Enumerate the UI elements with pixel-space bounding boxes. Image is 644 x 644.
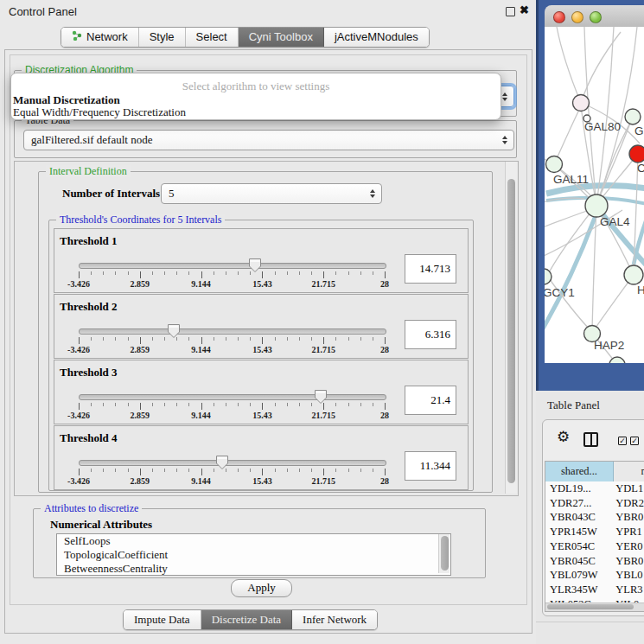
- horizontal-scrollbar-thumb[interactable]: [547, 604, 634, 609]
- table-data-combo[interactable]: galFiltered.sif default node: [23, 130, 514, 150]
- network-edge[interactable]: [545, 209, 591, 230]
- popup-item-equal-width-frequency-discretization[interactable]: Equal Width/Frequency Discretization: [11, 106, 501, 118]
- network-edge[interactable]: [592, 278, 631, 333]
- table-row[interactable]: YBL079WYBL0: [545, 569, 644, 583]
- zoom-traffic-light[interactable]: [590, 11, 602, 23]
- network-node[interactable]: [624, 265, 643, 284]
- scale-label: -3.426: [67, 345, 90, 354]
- popup-item-manual-discretization[interactable]: Manual Discretization: [11, 94, 501, 106]
- attributes-group: Attributes to discretize Numerical Attri…: [33, 508, 486, 578]
- tab-impute-data[interactable]: Impute Data: [124, 610, 201, 629]
- network-edge[interactable]: [554, 108, 580, 164]
- tick-mark: [373, 469, 373, 472]
- checkbox-icon[interactable]: ✓: [618, 437, 627, 445]
- tick-mark: [275, 271, 276, 275]
- tick-mark: [262, 337, 263, 344]
- tab-network[interactable]: Network: [61, 28, 139, 47]
- attributes-list[interactable]: SelfLoopsTopologicalCoefficientBetweenne…: [56, 533, 451, 576]
- table-row[interactable]: YLR345WYLR3: [545, 583, 644, 597]
- network-node[interactable]: [573, 95, 590, 112]
- table-row[interactable]: YBR043CYBR0: [545, 511, 644, 526]
- column-header-name[interactable]: name: [614, 462, 644, 481]
- tick-mark: [176, 271, 177, 275]
- column-header-shared[interactable]: shared...: [545, 462, 614, 481]
- threshold-4-slider-thumb[interactable]: [215, 455, 229, 474]
- close-traffic-light[interactable]: [553, 11, 565, 23]
- tick-mark: [188, 271, 189, 275]
- network-canvas[interactable]: GAL80GGAL11CGAL4GCY1HHAP2: [545, 27, 644, 363]
- apply-button[interactable]: Apply: [231, 579, 292, 597]
- threshold-3-slider-track[interactable]: [79, 394, 386, 400]
- threshold-2-value-field[interactable]: 6.316: [405, 320, 456, 349]
- attributes-group-title: Attributes to discretize: [41, 502, 142, 514]
- tick-mark: [128, 271, 129, 275]
- threshold-3-value-field[interactable]: 21.4: [405, 386, 456, 415]
- attribute-item-betweennesscentrality[interactable]: BetweennessCentrality: [57, 562, 450, 576]
- tick-mark: [348, 469, 349, 472]
- gear-icon[interactable]: ⚙: [557, 430, 570, 445]
- tick-mark: [164, 271, 165, 275]
- threshold-1-slider-thumb[interactable]: [248, 258, 262, 277]
- network-edge[interactable]: [547, 205, 596, 276]
- tab-cyni-toolbox[interactable]: Cyni Toolbox: [239, 28, 324, 47]
- attribute-item-selfloops[interactable]: SelfLoops: [57, 534, 450, 548]
- tab-discretize-data[interactable]: Discretize Data: [201, 610, 292, 629]
- threshold-4-value-field[interactable]: 11.344: [405, 451, 456, 481]
- table-row[interactable]: YPR145WYPR1: [545, 525, 644, 539]
- float-window-icon[interactable]: [506, 7, 515, 16]
- cell-name: YBL0: [614, 569, 644, 582]
- scale-label: -3.426: [67, 476, 90, 486]
- tick-mark: [311, 271, 312, 275]
- scale-label: 28: [380, 345, 389, 354]
- network-edge[interactable]: [557, 27, 581, 103]
- tick-mark: [79, 403, 80, 410]
- network-node[interactable]: [629, 145, 644, 163]
- tick-mark: [238, 337, 239, 341]
- table-row[interactable]: YDL19...YDL1: [545, 481, 644, 496]
- tab-select[interactable]: Select: [186, 28, 239, 47]
- tick-mark: [348, 403, 349, 406]
- tick-mark: [164, 337, 165, 341]
- tab-style[interactable]: Style: [139, 28, 186, 47]
- network-node[interactable]: [545, 269, 552, 284]
- threshold-1-slider-track[interactable]: [79, 263, 386, 269]
- threshold-2-slider-thumb[interactable]: [167, 323, 181, 342]
- num-intervals-combo[interactable]: 5: [161, 183, 382, 204]
- attribute-item-topologicalcoefficient[interactable]: TopologicalCoefficient: [57, 548, 450, 562]
- table-row[interactable]: YER054CYER0: [545, 539, 644, 554]
- scale-label: 15.43: [252, 476, 272, 486]
- tab-jactivemnodules[interactable]: jActiveMNodules: [324, 28, 429, 47]
- attributes-scrollbar-thumb[interactable]: [441, 536, 449, 571]
- interval-definition-title: Interval Definition: [46, 165, 131, 177]
- threshold-4-slider-track[interactable]: [79, 460, 386, 466]
- tick-mark: [335, 271, 336, 275]
- vertical-scrollbar-thumb[interactable]: [507, 179, 515, 483]
- network-node[interactable]: [546, 156, 563, 173]
- threshold-2-slider-track[interactable]: [79, 328, 386, 335]
- threshold-3-slider-thumb[interactable]: [314, 389, 328, 408]
- minimize-traffic-light[interactable]: [571, 11, 583, 23]
- tick-mark: [103, 403, 104, 406]
- tick-mark: [176, 403, 177, 406]
- network-edge[interactable]: [545, 215, 596, 341]
- threshold-1-value-field[interactable]: 14.713: [405, 254, 456, 284]
- table-row[interactable]: YDR27...YDR2: [545, 496, 644, 511]
- tick-mark: [128, 337, 129, 341]
- close-icon[interactable]: ✖: [520, 3, 529, 16]
- tick-mark: [275, 337, 276, 341]
- attributes-list-scrollbar[interactable]: [438, 534, 450, 573]
- cell-name: YBR0: [614, 555, 644, 568]
- network-node[interactable]: [625, 109, 641, 124]
- tab-infer-network[interactable]: Infer Network: [292, 610, 377, 629]
- network-node[interactable]: [585, 194, 608, 217]
- table-row[interactable]: YBR045CYBR0: [545, 554, 644, 569]
- vertical-scrollbar[interactable]: [505, 162, 517, 494]
- checkbox-icon[interactable]: ✓: [630, 437, 639, 445]
- horizontal-scrollbar[interactable]: [545, 603, 644, 611]
- scale-label: 2.859: [131, 345, 150, 354]
- split-view-icon[interactable]: [583, 432, 598, 447]
- scale-label: 9.144: [191, 279, 211, 289]
- tick-mark: [140, 271, 141, 278]
- threshold-2-label: Threshold 2: [60, 300, 118, 314]
- tick-mark: [299, 469, 300, 472]
